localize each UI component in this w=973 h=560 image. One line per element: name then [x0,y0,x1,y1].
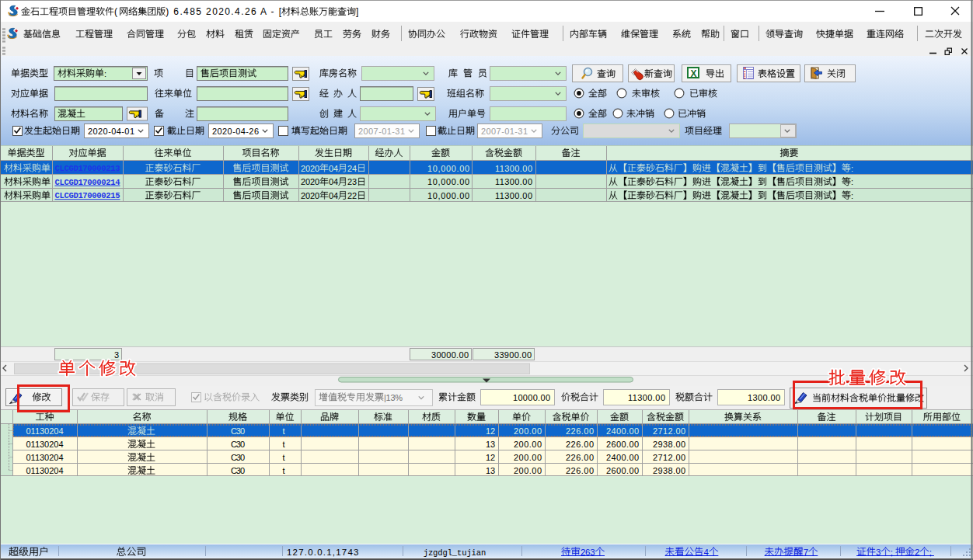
svg-text:2020: 2020 [301,177,319,186]
svg-text:10,000.00: 10,000.00 [427,164,469,173]
svg-text:200.00: 200.00 [514,453,542,462]
svg-text:2712.00: 2712.00 [653,453,685,462]
svg-text:11300.00: 11300.00 [495,191,532,200]
svg-text:01130204: 01130204 [26,426,64,436]
svg-text:23: 23 [347,177,357,186]
svg-text:30000.00: 30000.00 [431,350,469,360]
svg-text:04: 04 [329,191,338,200]
svg-text:226.00: 226.00 [566,426,594,436]
svg-text:3: 3 [876,548,881,557]
svg-text:11300.00: 11300.00 [628,393,665,402]
svg-text:200.00: 200.00 [514,466,542,475]
svg-text:7: 7 [804,548,808,557]
svg-text:2600.00: 2600.00 [606,440,639,449]
svg-text:2400.00: 2400.00 [606,426,639,436]
svg-text:2: 2 [915,548,919,557]
svg-text:10000.00: 10000.00 [513,393,550,402]
svg-text:04: 04 [329,177,338,186]
svg-text:12: 12 [486,426,495,436]
svg-text:t: t [283,453,285,462]
svg-text:200.00: 200.00 [514,426,542,436]
svg-text:t: t [283,466,285,475]
svg-text:10,000.00: 10,000.00 [427,177,469,186]
svg-text:13: 13 [486,466,495,475]
svg-text:;: ; [891,548,893,557]
svg-text:|13%: |13% [384,393,403,402]
svg-text:33900.00: 33900.00 [494,350,532,360]
svg-text:13: 13 [486,440,495,449]
svg-text:2938.00: 2938.00 [653,466,685,475]
svg-text:(: ( [114,6,117,17]
svg-text:X: X [691,68,697,79]
svg-text:3: 3 [114,350,119,360]
svg-text:4: 4 [704,548,710,557]
svg-text:2007-01-31: 2007-01-31 [481,127,528,136]
svg-text:2020: 2020 [301,191,319,200]
svg-text:C30: C30 [231,440,245,449]
svg-text::: : [851,177,853,186]
svg-text:2007-01-31: 2007-01-31 [358,127,405,136]
svg-text:2020-04-01: 2020-04-01 [88,127,134,136]
svg-text:jzgdgl_tujian: jzgdgl_tujian [424,548,486,558]
svg-text::: : [104,69,106,78]
svg-text:04: 04 [329,164,338,173]
svg-text:24: 24 [347,164,357,173]
svg-text::: : [851,191,853,200]
svg-text:C30: C30 [231,426,245,436]
svg-text:C30: C30 [231,466,245,475]
svg-text:226.00: 226.00 [566,440,594,449]
svg-text:127.0.0.1,1743: 127.0.0.1,1743 [287,548,358,557]
svg-text:t: t [283,426,285,436]
svg-text::: : [851,164,853,173]
svg-text:2712.00: 2712.00 [653,426,685,436]
svg-text:C30: C30 [231,453,245,462]
svg-text:10,000.00: 10,000.00 [427,191,469,200]
svg-text:2938.00: 2938.00 [653,440,685,449]
svg-text:263: 263 [581,548,595,557]
svg-text:2020: 2020 [301,164,319,173]
svg-text:01130204: 01130204 [26,453,64,462]
svg-text:) 6.485 2020.4.26 A - [: ) 6.485 2020.4.26 A - [ [166,6,281,17]
svg-text:]: ] [356,6,358,17]
svg-text:200.00: 200.00 [514,440,542,449]
svg-text:1300.00: 1300.00 [748,393,780,402]
svg-text:2400.00: 2400.00 [606,453,639,462]
svg-text:11300.00: 11300.00 [495,177,532,186]
svg-text:01130204: 01130204 [26,466,64,475]
svg-text:t: t [283,440,285,449]
svg-text:;: ; [929,548,932,557]
svg-text:01130204: 01130204 [26,440,64,449]
svg-text:11300.00: 11300.00 [495,164,532,173]
svg-text:2020-04-26: 2020-04-26 [212,127,259,136]
svg-text:226.00: 226.00 [566,466,594,475]
svg-text:12: 12 [486,453,495,462]
svg-text:22: 22 [347,191,357,200]
svg-text:2600.00: 2600.00 [606,466,639,475]
svg-text:226.00: 226.00 [566,453,594,462]
